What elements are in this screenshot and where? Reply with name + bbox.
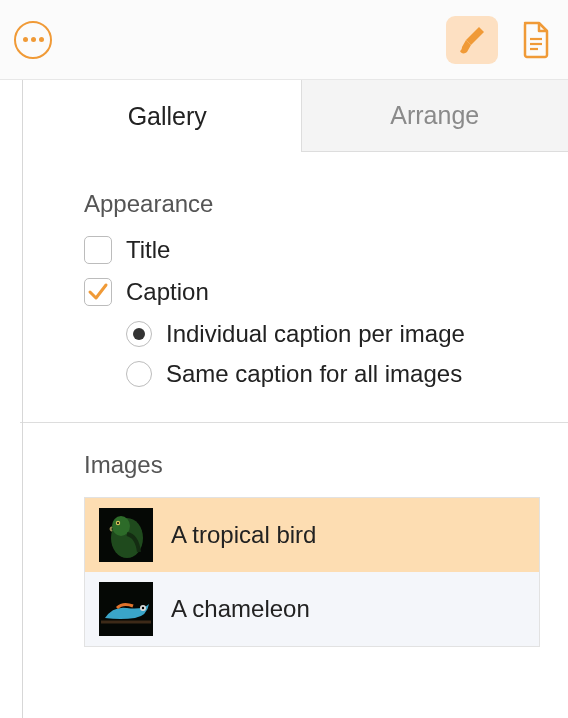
title-checkbox[interactable] (84, 236, 112, 264)
tab-arrange[interactable]: Arrange (301, 80, 569, 152)
brush-icon (457, 25, 487, 55)
toolbar-right (446, 16, 554, 64)
document-button[interactable] (518, 17, 554, 63)
title-label: Title (126, 236, 170, 264)
dot-icon (23, 37, 28, 42)
image-row[interactable]: A chameleon (85, 572, 539, 646)
sidebar-divider (22, 80, 23, 718)
title-checkbox-row: Title (84, 236, 540, 264)
caption-checkbox[interactable] (84, 278, 112, 306)
radio-same-row: Same caption for all images (126, 360, 540, 388)
radio-individual[interactable] (126, 321, 152, 347)
appearance-heading: Appearance (84, 190, 540, 218)
radio-individual-row: Individual caption per image (126, 320, 540, 348)
image-caption: A tropical bird (171, 521, 316, 549)
caption-checkbox-row: Caption (84, 278, 540, 306)
dot-icon (39, 37, 44, 42)
top-toolbar (0, 0, 568, 80)
images-list: A tropical bird A chameleon (84, 497, 540, 647)
svg-point-7 (117, 522, 119, 524)
image-thumbnail (99, 508, 153, 562)
document-icon (521, 21, 551, 59)
check-icon (87, 281, 109, 303)
image-thumbnail (99, 582, 153, 636)
bird-thumbnail-icon (99, 508, 153, 562)
gallery-panel: Appearance Title Caption Individual capt… (0, 152, 568, 647)
dot-icon (31, 37, 36, 42)
tab-gallery[interactable]: Gallery (34, 80, 301, 152)
radio-same[interactable] (126, 361, 152, 387)
section-divider (20, 422, 568, 423)
format-brush-button[interactable] (446, 16, 498, 64)
radio-same-label: Same caption for all images (166, 360, 462, 388)
more-options-button[interactable] (14, 21, 52, 59)
chameleon-thumbnail-icon (99, 582, 153, 636)
caption-label: Caption (126, 278, 209, 306)
image-row[interactable]: A tropical bird (85, 498, 539, 572)
toolbar-left (14, 21, 52, 59)
image-caption: A chameleon (171, 595, 310, 623)
svg-point-10 (142, 607, 144, 609)
inspector-tabs: Gallery Arrange (34, 80, 568, 152)
images-heading: Images (84, 451, 540, 479)
radio-individual-label: Individual caption per image (166, 320, 465, 348)
